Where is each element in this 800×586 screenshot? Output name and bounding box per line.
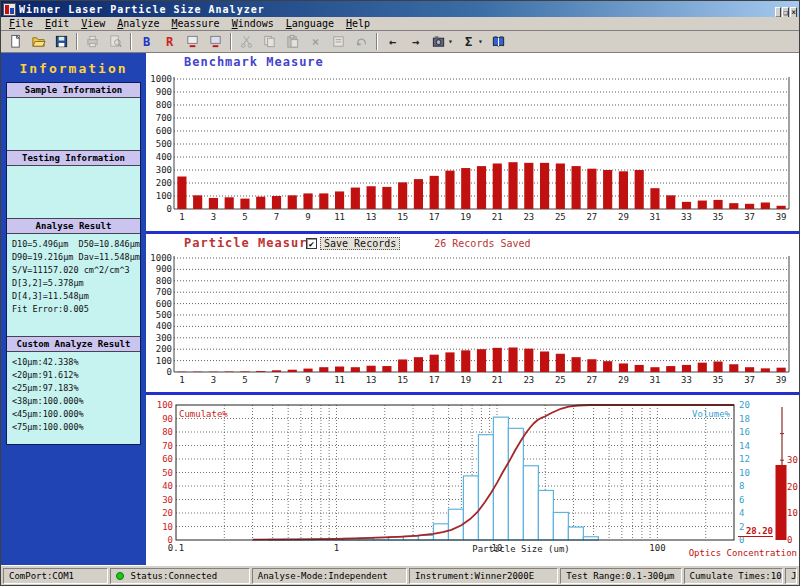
- red-r-button[interactable]: R: [159, 32, 180, 51]
- result-line: <38μm:100.000%: [12, 395, 136, 408]
- forward-arrow-button[interactable]: →: [405, 32, 426, 51]
- print-preview-icon: [108, 34, 123, 49]
- save-records-label[interactable]: Save Records: [320, 237, 400, 250]
- status-test-range: Test Range:0.1-300μm: [560, 568, 681, 584]
- result-line: D90=19.216μm Dav=11.548μm: [12, 251, 136, 264]
- svg-text:9: 9: [305, 212, 310, 222]
- svg-text:31: 31: [650, 375, 661, 385]
- svg-text:60: 60: [162, 454, 173, 464]
- undo-icon: [354, 34, 369, 49]
- svg-text:20: 20: [787, 482, 798, 492]
- status-analyse-mode: Analyse-Mode:Independent: [252, 568, 407, 584]
- title-bar: Winner Laser Particle Size Analyzer _❏×: [1, 1, 799, 17]
- svg-text:35: 35: [713, 212, 724, 222]
- new-document-button[interactable]: [5, 32, 26, 51]
- distribution-panel: 010203040506070809010002468101214161820C…: [146, 395, 799, 565]
- print-preview-button: [105, 32, 126, 51]
- toolbar-separator: [130, 33, 132, 50]
- minimize-button[interactable]: _: [775, 7, 782, 18]
- svg-text:39: 39: [776, 375, 787, 385]
- menu-meassure[interactable]: Meassure: [165, 17, 225, 30]
- svg-text:0: 0: [167, 204, 172, 214]
- result-line: D[4,3]=11.548μm: [12, 290, 136, 303]
- menu-windows[interactable]: Windows: [226, 17, 280, 30]
- sigma-button[interactable]: Σ: [458, 32, 479, 51]
- status-instrument: Instrument:Winner2000E: [409, 568, 558, 584]
- records-saved-note: 26 Records Saved: [434, 238, 530, 249]
- information-box: Sample InformationTesting InformationAna…: [6, 82, 141, 445]
- svg-text:1: 1: [334, 543, 339, 553]
- sigma-dropdown-caret[interactable]: ▾: [478, 37, 487, 46]
- bold-b-button[interactable]: B: [136, 32, 157, 51]
- svg-text:30: 30: [162, 495, 173, 505]
- svg-text:37: 37: [744, 212, 755, 222]
- capture-report-button[interactable]: [428, 32, 449, 51]
- svg-text:700: 700: [156, 113, 172, 123]
- svg-text:29: 29: [618, 212, 629, 222]
- svg-text:19: 19: [460, 212, 471, 222]
- svg-text:33: 33: [681, 375, 692, 385]
- svg-text:900: 900: [156, 264, 172, 274]
- svg-text:15: 15: [397, 375, 408, 385]
- paste-button: [282, 32, 303, 51]
- menu-language[interactable]: Language: [280, 17, 340, 30]
- paste-icon: [285, 34, 300, 49]
- svg-text:700: 700: [156, 287, 172, 297]
- menu-analyze[interactable]: Analyze: [111, 17, 165, 30]
- menu-file[interactable]: File: [3, 17, 39, 30]
- svg-text:400: 400: [156, 152, 172, 162]
- print-button: [82, 32, 103, 51]
- capture-report-dropdown-caret[interactable]: ▾: [448, 37, 457, 46]
- svg-text:35: 35: [713, 375, 724, 385]
- section-body-sample-information: [7, 98, 140, 150]
- svg-text:17: 17: [429, 212, 440, 222]
- sidebar-title: Information: [6, 61, 141, 76]
- benchmark-screen-icon: [185, 34, 200, 49]
- svg-text:9: 9: [305, 375, 310, 385]
- svg-text:8: 8: [739, 481, 744, 491]
- result-line: <20μm:91.612%: [12, 369, 136, 382]
- section-body-custom-analyze-result: <10μm:42.338%<20μm:91.612%<25μm:97.183%<…: [7, 352, 140, 444]
- help-book-button[interactable]: [488, 32, 509, 51]
- svg-text:400: 400: [156, 321, 172, 331]
- svg-text:1000: 1000: [150, 74, 172, 84]
- benchmark-measure-title: Benchmark Measure: [184, 55, 324, 69]
- menu-edit[interactable]: Edit: [39, 17, 75, 30]
- save-records-checkbox[interactable]: ✔: [306, 238, 317, 249]
- svg-text:5: 5: [242, 375, 247, 385]
- section-testing-information: Testing Information: [7, 150, 140, 218]
- save-file-button[interactable]: [51, 32, 72, 51]
- app-icon: [3, 3, 16, 16]
- result-line: <45μm:100.000%: [12, 408, 136, 421]
- svg-text:33: 33: [681, 212, 692, 222]
- svg-text:100: 100: [156, 191, 172, 201]
- close-button[interactable]: ×: [790, 7, 797, 18]
- menu-help[interactable]: Help: [340, 17, 376, 30]
- svg-text:90: 90: [162, 414, 173, 424]
- sample-screen-button[interactable]: [205, 32, 226, 51]
- svg-text:40: 40: [162, 481, 173, 491]
- svg-text:11: 11: [334, 375, 345, 385]
- svg-text:27: 27: [586, 212, 597, 222]
- svg-text:10: 10: [739, 468, 750, 478]
- svg-text:39: 39: [776, 212, 787, 222]
- svg-text:Volume%: Volume%: [692, 409, 731, 419]
- svg-text:200: 200: [156, 344, 172, 354]
- svg-text:1: 1: [179, 375, 184, 385]
- result-line: D[3,2]=5.378μm: [12, 277, 136, 290]
- section-body-testing-information: [7, 166, 140, 218]
- svg-text:800: 800: [156, 276, 172, 286]
- restore-button[interactable]: ❏: [782, 7, 789, 18]
- svg-text:13: 13: [366, 212, 377, 222]
- svg-text:12: 12: [739, 454, 750, 464]
- result-line: D10=5.496μm D50=10.846μm: [12, 238, 136, 251]
- toolbar-separator: [76, 33, 78, 50]
- benchmark-screen-button[interactable]: [182, 32, 203, 51]
- result-line: <25μm:97.183%: [12, 382, 136, 395]
- open-file-button[interactable]: [28, 32, 49, 51]
- menu-view[interactable]: View: [75, 17, 111, 30]
- size-distribution-chart: 010203040506070809010002468101214161820C…: [146, 395, 800, 559]
- svg-text:13: 13: [366, 375, 377, 385]
- save-file-icon: [54, 34, 69, 49]
- back-arrow-button[interactable]: ←: [382, 32, 403, 51]
